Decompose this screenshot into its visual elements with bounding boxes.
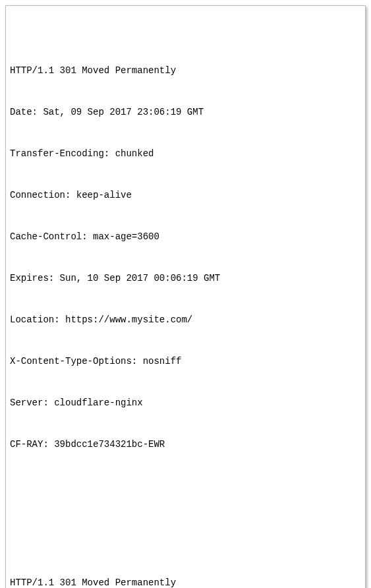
http-headers-panel: HTTP/1.1 301 Moved Permanently Date: Sat… xyxy=(5,5,366,588)
header-line: Server: cloudflare-nginx xyxy=(10,396,361,410)
header-line: Connection: keep-alive xyxy=(10,189,361,202)
header-line: HTTP/1.1 301 Moved Permanently xyxy=(10,576,361,588)
header-line: Date: Sat, 09 Sep 2017 23:06:19 GMT xyxy=(10,105,361,119)
http-response-1: HTTP/1.1 301 Moved Permanently Date: Sat… xyxy=(10,36,361,479)
header-line: Expires: Sun, 10 Sep 2017 00:06:19 GMT xyxy=(10,272,361,285)
header-line: Location: https://www.mysite.com/ xyxy=(10,313,361,327)
header-line: HTTP/1.1 301 Moved Permanently xyxy=(10,64,361,78)
header-line: Cache-Control: max-age=3600 xyxy=(10,230,361,244)
header-line: CF-RAY: 39bdcc1e734321bc-EWR xyxy=(10,438,361,452)
http-response-2: HTTP/1.1 301 Moved Permanently Date: Sat… xyxy=(10,548,361,588)
header-line: Transfer-Encoding: chunked xyxy=(10,147,361,161)
header-line: X-Content-Type-Options: nosniff xyxy=(10,355,361,368)
block-separator xyxy=(10,507,361,521)
